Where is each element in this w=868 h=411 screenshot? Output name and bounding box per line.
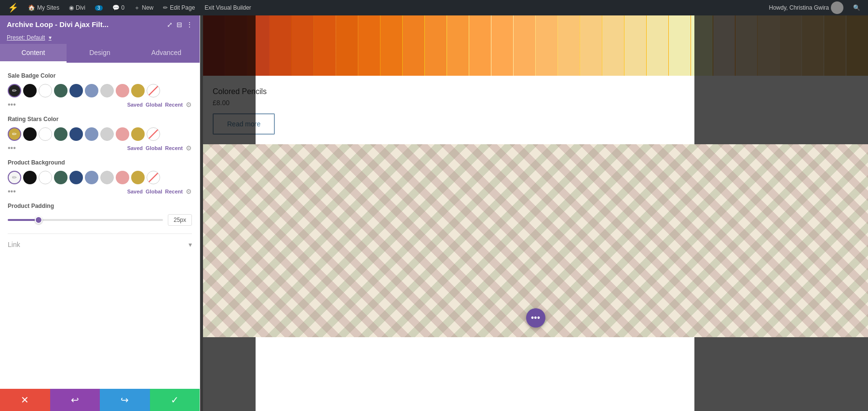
redo-button[interactable]: ↪ <box>100 389 150 411</box>
tab-advanced[interactable]: Advanced <box>133 44 200 63</box>
edit-page-button[interactable]: ✏ Edit Page <box>159 0 199 15</box>
color-swatch-light-gray[interactable] <box>100 84 114 97</box>
rating-stars-color-section: Rating Stars Color ✏ ••• <box>8 116 192 152</box>
expand-icon[interactable]: ⤢ <box>167 21 173 28</box>
rating-swatch-dark-green[interactable] <box>54 127 68 141</box>
rating-swatch-light-gray[interactable] <box>100 127 114 141</box>
color-swatch-pen[interactable]: ✏ <box>8 84 21 97</box>
avatar <box>831 1 843 14</box>
link-collapsible-header[interactable]: Link ▾ <box>8 241 192 248</box>
rating-stars-color-label: Rating Stars Color <box>8 116 192 123</box>
rating-swatch-dark-blue[interactable] <box>69 127 83 141</box>
color-dots-icon[interactable]: ••• <box>8 100 16 109</box>
save-button[interactable]: ✓ <box>150 389 200 411</box>
product-padding-label: Product Padding <box>8 203 192 209</box>
color-swatch-dark-blue[interactable] <box>69 84 83 97</box>
rating-swatch-pink[interactable] <box>116 127 129 141</box>
color-settings-icon[interactable]: ⚙ <box>186 101 192 109</box>
rating-global-link[interactable]: Global <box>146 145 162 151</box>
edit-icon: ✏ <box>163 4 168 11</box>
bg-recent-link[interactable]: Recent <box>165 189 183 194</box>
global-link[interactable]: Global <box>146 102 162 108</box>
bg-swatch-black[interactable] <box>23 171 37 184</box>
my-sites-menu[interactable]: 🏠 My Sites <box>24 0 63 15</box>
read-more-button[interactable]: Read more <box>213 113 275 135</box>
comments-menu[interactable]: 3 <box>91 0 107 15</box>
rating-settings-icon[interactable]: ⚙ <box>186 144 192 152</box>
color-swatch-white[interactable] <box>39 84 52 97</box>
rating-swatch-medium-blue[interactable] <box>85 127 98 141</box>
bg-swatch-gold[interactable] <box>131 171 145 184</box>
floating-dots-button[interactable]: ••• <box>526 308 545 328</box>
slider-value[interactable]: 25px <box>168 214 192 226</box>
bg-swatch-dark-green[interactable] <box>54 171 68 184</box>
bg-swatch-white[interactable] <box>39 171 52 184</box>
panel-tabs: Content Design Advanced <box>0 44 200 63</box>
chevron-down-icon: ▾ <box>189 241 192 248</box>
rating-swatch-none[interactable] <box>147 127 160 141</box>
color-swatch-black[interactable] <box>23 84 37 97</box>
bg-swatch-pen[interactable]: ✏ <box>8 171 21 184</box>
comment-zero-label: 0 <box>122 4 125 11</box>
preview-area: Colored Pencils £8.00 Read more ••• <box>203 15 868 411</box>
tab-content[interactable]: Content <box>0 44 67 63</box>
product-padding-section: Product Padding 25px <box>8 203 192 226</box>
undo-icon: ↩ <box>71 394 79 406</box>
bg-global-link[interactable]: Global <box>146 189 162 194</box>
product-background-label: Product Background <box>8 159 192 166</box>
product-image-pencils <box>203 15 868 76</box>
rating-swatch-white[interactable] <box>39 127 52 141</box>
panel-title: Archive Loop - Divi Ajax Filt... <box>7 20 108 28</box>
product-background-section: Product Background ✏ ••• <box>8 159 192 196</box>
edit-page-label: Edit Page <box>170 4 195 11</box>
rating-swatch-pen[interactable]: ✏ <box>8 127 21 141</box>
rating-swatch-gold[interactable] <box>131 127 145 141</box>
comment-icon: 💬 <box>112 4 120 11</box>
bg-swatch-medium-blue[interactable] <box>85 171 98 184</box>
rating-swatch-black[interactable] <box>23 127 37 141</box>
bg-swatch-none[interactable] <box>147 171 160 184</box>
bg-dots-icon[interactable]: ••• <box>8 187 16 196</box>
rating-color-options: ••• Saved Global Recent ⚙ <box>8 144 192 152</box>
color-swatch-gold[interactable] <box>131 84 145 97</box>
bg-swatch-dark-blue[interactable] <box>69 171 83 184</box>
bg-swatch-light-gray[interactable] <box>100 171 114 184</box>
color-swatch-dark-green[interactable] <box>54 84 68 97</box>
columns-icon[interactable]: ⊟ <box>176 21 182 28</box>
panel-preset[interactable]: Preset: Default ▾ <box>0 33 200 44</box>
new-menu[interactable]: ＋ New <box>130 0 157 15</box>
dots-label: ••• <box>531 313 540 323</box>
bg-saved-link[interactable]: Saved <box>127 189 143 194</box>
color-swatch-medium-blue[interactable] <box>85 84 98 97</box>
search-button[interactable]: 🔍 <box>849 0 864 15</box>
color-swatch-none[interactable] <box>147 84 160 97</box>
user-greeting[interactable]: Howdy, Christina Gwira <box>765 0 847 15</box>
divi-icon: ◉ <box>69 4 74 11</box>
wp-logo[interactable]: ⚡ <box>4 0 22 15</box>
tab-design[interactable]: Design <box>67 44 133 63</box>
comments-zero[interactable]: 💬 0 <box>108 0 129 15</box>
sale-badge-color-label: Sale Badge Color <box>8 72 192 79</box>
product-image-pattern: ••• <box>203 144 868 337</box>
recent-link[interactable]: Recent <box>165 102 183 108</box>
undo-button[interactable]: ↩ <box>50 389 100 411</box>
more-options-icon[interactable]: ⋮ <box>186 21 193 28</box>
rating-saved-link[interactable]: Saved <box>127 145 143 151</box>
bg-swatch-pink[interactable] <box>116 171 129 184</box>
rating-dots-icon[interactable]: ••• <box>8 144 16 152</box>
rating-recent-link[interactable]: Recent <box>165 145 183 151</box>
my-sites-label: My Sites <box>37 4 59 11</box>
divi-menu[interactable]: ◉ Divi <box>65 0 89 15</box>
sites-icon: 🏠 <box>28 4 35 11</box>
exit-builder-button[interactable]: Exit Visual Builder <box>201 0 255 15</box>
exit-builder-label: Exit Visual Builder <box>204 4 251 11</box>
color-swatch-pink[interactable] <box>116 84 129 97</box>
saved-link[interactable]: Saved <box>127 102 143 108</box>
bg-settings-icon[interactable]: ⚙ <box>186 188 192 195</box>
product-card-pencils: Colored Pencils £8.00 Read more <box>203 15 868 144</box>
new-label: New <box>142 4 153 11</box>
cancel-button[interactable]: ✕ <box>0 389 50 411</box>
product-padding-slider-container: 25px <box>8 214 192 226</box>
slider-thumb[interactable] <box>35 216 42 224</box>
panel-header-icons: ⤢ ⊟ ⋮ <box>167 21 193 28</box>
